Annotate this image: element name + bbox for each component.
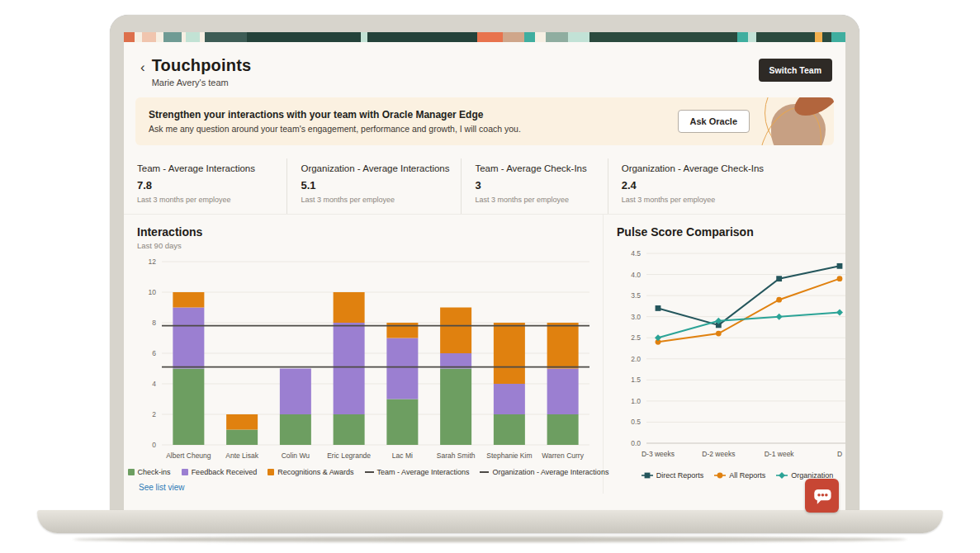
banner-text: Strengthen your interactions with your t… xyxy=(149,109,521,134)
banner-title: Strengthen your interactions with your t… xyxy=(149,109,521,121)
legend-item: Organization - Average Interactions xyxy=(480,468,608,476)
back-button[interactable]: ‹ xyxy=(140,59,145,76)
decorative-banner-strip xyxy=(124,32,845,42)
svg-text:12: 12 xyxy=(149,258,157,266)
stat-label: Organization - Average Check-Ins xyxy=(622,163,826,173)
svg-text:Ante Lisak: Ante Lisak xyxy=(225,451,258,460)
svg-text:3.0: 3.0 xyxy=(631,313,641,321)
svg-text:D-1 week: D-1 week xyxy=(765,450,795,458)
stat-card-0: Team - Average Interactions7.8Last 3 mon… xyxy=(137,158,286,214)
svg-text:0.0: 0.0 xyxy=(631,439,641,447)
svg-text:D-3 weeks: D-3 weeks xyxy=(641,450,675,458)
stat-card-2: Team - Average Check-Ins3Last 3 months p… xyxy=(461,158,607,214)
leaf-decoration xyxy=(743,97,834,145)
legend-item: Recognitions & Awards xyxy=(267,468,353,476)
svg-text:Colin Wu: Colin Wu xyxy=(282,451,310,460)
stat-value: 7.8 xyxy=(137,179,278,191)
interactions-chart-title: Interactions xyxy=(137,225,599,239)
stat-value: 3 xyxy=(475,179,599,191)
banner-subtitle: Ask me any question around your team's e… xyxy=(149,124,521,134)
ask-oracle-button[interactable]: Ask Oracle xyxy=(678,110,750,133)
legend-item: Direct Reports xyxy=(641,471,704,480)
svg-text:10: 10 xyxy=(149,288,157,296)
stat-label: Organization - Average Interactions xyxy=(301,163,452,173)
stat-value: 5.1 xyxy=(301,179,452,191)
stats-row: Team - Average Interactions7.8Last 3 mon… xyxy=(124,155,845,215)
stat-caption: Last 3 months per employee xyxy=(475,196,599,204)
legend-item: Feedback Received xyxy=(182,468,258,476)
page-subtitle: Marie Avery's team xyxy=(152,78,252,87)
page-header: ‹ Touchpoints Marie Avery's team Switch … xyxy=(124,42,845,94)
laptop-shadow xyxy=(73,536,907,542)
svg-text:3.5: 3.5 xyxy=(631,291,641,300)
svg-text:D: D xyxy=(837,450,842,458)
svg-text:D-2 weeks: D-2 weeks xyxy=(702,450,735,458)
see-list-view-link[interactable]: See list view xyxy=(139,483,185,492)
svg-text:6: 6 xyxy=(152,349,156,357)
manager-edge-banner: Strengthen your interactions with your t… xyxy=(135,97,834,145)
legend-item: Check-ins xyxy=(128,468,171,476)
legend-item: Team - Average Interactions xyxy=(365,468,470,476)
stat-value: 2.4 xyxy=(622,179,826,191)
page-title: Touchpoints xyxy=(152,56,252,75)
stat-caption: Last 3 months per employee xyxy=(137,196,278,204)
svg-text:Sarah Smith: Sarah Smith xyxy=(437,451,476,460)
stat-label: Team - Average Interactions xyxy=(137,163,278,173)
svg-text:1.0: 1.0 xyxy=(631,397,641,405)
interactions-panel: Interactions Last 90 days 024681012Alber… xyxy=(124,215,604,494)
chat-bubble-icon xyxy=(810,484,835,508)
svg-text:Eric Legrande: Eric Legrande xyxy=(327,451,371,460)
interactions-chart-subtitle: Last 90 days xyxy=(137,241,599,250)
interactions-chart-legend: Check-insFeedback ReceivedRecognitions &… xyxy=(137,468,599,476)
chat-button[interactable] xyxy=(805,479,839,513)
svg-text:2.5: 2.5 xyxy=(631,333,641,342)
stat-card-1: Organization - Average Interactions5.1La… xyxy=(286,158,461,214)
svg-text:Stephanie Kim: Stephanie Kim xyxy=(486,451,532,460)
pulse-line-chart: 0.00.51.01.52.02.53.03.54.04.5D-3 weeksD… xyxy=(617,242,845,470)
svg-text:2: 2 xyxy=(152,410,156,418)
svg-text:1.5: 1.5 xyxy=(631,376,641,384)
svg-text:4.5: 4.5 xyxy=(631,249,641,258)
svg-text:4: 4 xyxy=(152,380,156,388)
svg-text:0.5: 0.5 xyxy=(631,418,641,426)
laptop-base xyxy=(37,510,943,533)
title-block: Touchpoints Marie Avery's team xyxy=(152,56,252,87)
svg-text:Warren Curry: Warren Curry xyxy=(542,451,584,460)
legend-item: All Reports xyxy=(714,471,765,480)
svg-text:8: 8 xyxy=(152,319,156,327)
svg-text:0: 0 xyxy=(152,441,156,449)
svg-text:4.0: 4.0 xyxy=(631,271,641,279)
svg-text:2.0: 2.0 xyxy=(631,355,641,363)
switch-team-button[interactable]: Switch Team xyxy=(759,59,832,82)
screen-content: ‹ Touchpoints Marie Avery's team Switch … xyxy=(124,32,845,510)
svg-text:Lac Mi: Lac Mi xyxy=(392,451,413,460)
charts-section: Interactions Last 90 days 024681012Alber… xyxy=(124,215,845,494)
pulse-score-panel: Pulse Score Comparison 0.00.51.01.52.02.… xyxy=(604,215,845,494)
svg-text:Albert Cheung: Albert Cheung xyxy=(166,451,211,460)
stat-caption: Last 3 months per employee xyxy=(301,196,452,204)
pulse-chart-title: Pulse Score Comparison xyxy=(617,225,845,239)
laptop-frame: ‹ Touchpoints Marie Avery's team Switch … xyxy=(110,15,859,510)
interactions-bar-chart: 024681012Albert CheungAnte LisakColin Wu… xyxy=(137,253,596,466)
stat-caption: Last 3 months per employee xyxy=(622,196,826,204)
stat-card-3: Organization - Average Check-Ins2.4Last … xyxy=(608,158,834,214)
stat-label: Team - Average Check-Ins xyxy=(475,163,599,173)
